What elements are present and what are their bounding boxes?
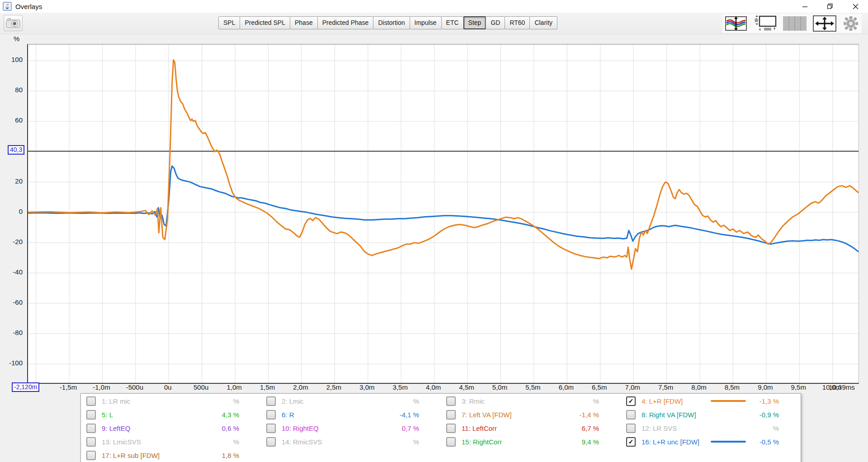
legend-checkbox-9[interactable]	[86, 424, 96, 433]
settings-gear-icon	[843, 15, 859, 32]
window-controls	[792, 0, 868, 13]
window-title: Overlays	[15, 3, 42, 10]
legend-label: 12: LR SVS	[642, 424, 677, 432]
legend-item-5: 5: L4,3 %	[81, 408, 261, 421]
legend-checkbox-10[interactable]	[266, 424, 276, 433]
close-button[interactable]	[843, 0, 868, 13]
legend-item-8: 8: Right VA [FDW]-0,9 %	[621, 408, 801, 421]
y-tick-label: 100	[4, 56, 23, 63]
legend-label: 8: Right VA [FDW]	[642, 411, 696, 419]
restore-button[interactable]	[817, 0, 843, 13]
tab-rt60[interactable]: RT60	[505, 16, 530, 29]
legend-checkbox-2[interactable]	[266, 396, 276, 406]
legend-label: 17: L+R sub [FDW]	[102, 452, 160, 459]
plot-area[interactable]	[27, 44, 859, 384]
measurement-legend-panel: 1: LR mic%2: Lmic%3: Rmic%✓4: L+R [FDW]-…	[80, 393, 801, 462]
settings-button[interactable]	[843, 15, 859, 32]
trace-offset-button[interactable]	[725, 15, 747, 32]
tab-impulse[interactable]: Impulse	[410, 16, 442, 29]
legend-item-10: 10: RightEQ0,7 %	[261, 421, 441, 435]
minimize-button[interactable]	[792, 0, 817, 13]
legend-checkbox-5[interactable]	[86, 410, 96, 420]
legend-label: 5: L	[102, 411, 113, 419]
legend-checkbox-6[interactable]	[266, 410, 276, 420]
tab-distortion[interactable]: Distortion	[373, 16, 410, 29]
tab-phase[interactable]: Phase	[290, 16, 318, 29]
legend-checkbox-14[interactable]	[266, 437, 276, 447]
trace-offset-icon	[725, 15, 747, 32]
legend-item-14: 14: RmicSVS%	[261, 435, 441, 448]
legend-checkbox-7[interactable]	[446, 410, 456, 420]
tab-step[interactable]: Step	[463, 16, 486, 29]
legend-value: 1,8 %	[222, 452, 239, 459]
legend-label: 15: RightCorr	[462, 438, 502, 446]
legend-checkbox-3[interactable]	[446, 396, 456, 406]
x-tick-label: 10,39ms	[821, 383, 862, 391]
legend-item-6: 6: R-4,1 %	[261, 408, 441, 421]
toolbar-right-icons	[722, 14, 862, 33]
legend-value: %	[413, 438, 419, 446]
legend-empty-cell	[261, 448, 441, 462]
plot-canvas	[28, 45, 859, 383]
legend-value: %	[233, 397, 239, 405]
legend-checkbox-12[interactable]	[626, 424, 636, 433]
legend-label: 14: RmicSVS	[282, 438, 322, 446]
legend-label: 4: L+R [FDW]	[642, 397, 683, 405]
legend-label: 1: LR mic	[102, 397, 130, 405]
legend-label: 9: LeftEQ	[102, 424, 130, 432]
legend-checkbox-8[interactable]	[626, 410, 636, 420]
legend-value: -1,3 %	[760, 397, 779, 405]
legend-label: 16: L+R unc [FDW]	[642, 438, 699, 446]
title-bar: Overlays	[0, 0, 868, 13]
legend-checkbox-1[interactable]	[86, 396, 96, 406]
legend-trace-swatch	[711, 400, 746, 402]
trace-4-l-r-fdw-	[28, 60, 859, 269]
tab-clarity[interactable]: Clarity	[529, 16, 557, 29]
legend-label: 13: LmicSVS	[102, 438, 141, 446]
tab-spl[interactable]: SPL	[218, 16, 240, 29]
legend-empty-cell	[621, 448, 801, 462]
legend-checkbox-4[interactable]: ✓	[626, 396, 636, 406]
legend-item-2: 2: Lmic%	[261, 394, 441, 408]
legend-value: -0,5 %	[760, 438, 779, 446]
legend-item-3: 3: Rmic%	[441, 394, 621, 408]
legend-item-7: 7: Left VA [FDW]-1,4 %	[441, 408, 621, 421]
legend-value: 6,7 %	[582, 424, 599, 432]
columns-button[interactable]	[783, 16, 807, 31]
legend-label: 10: RightEQ	[282, 424, 319, 432]
restore-icon	[827, 3, 833, 9]
legend-item-13: 13: LmicSVS%	[81, 435, 261, 448]
tab-etc[interactable]: ETC	[441, 16, 464, 29]
legend-item-9: 9: LeftEQ0,6 %	[81, 421, 261, 435]
legend-item-16: ✓16: L+R unc [FDW]-0,5 %	[621, 435, 801, 448]
legend-value: -4,1 %	[400, 411, 419, 419]
legend-checkbox-15[interactable]	[446, 437, 456, 447]
legend-checkbox-17[interactable]	[86, 451, 96, 460]
legend-value: 9,4 %	[582, 438, 599, 446]
tab-predicted-phase[interactable]: Predicted Phase	[317, 16, 374, 29]
legend-checkbox-11[interactable]	[446, 424, 456, 433]
capture-graph-button[interactable]	[4, 15, 23, 31]
capture-camera-icon	[6, 18, 20, 28]
legend-value: -0,9 %	[760, 411, 779, 419]
y-tick-label: -40	[4, 268, 23, 276]
legend-checkbox-16[interactable]: ✓	[626, 437, 636, 447]
legend-value: %	[593, 397, 599, 405]
display-position-button[interactable]	[753, 15, 777, 32]
legend-value: 0,7 %	[402, 424, 419, 432]
tab-gd[interactable]: GD	[486, 16, 505, 29]
y-tick-label: -20	[4, 238, 23, 245]
legend-value: %	[233, 438, 239, 446]
y-tick-label: -60	[4, 298, 23, 306]
legend-item-12: 12: LR SVS%	[621, 421, 801, 435]
graph-tab-bar: SPLPredicted SPLPhasePredicted PhaseDist…	[219, 16, 557, 29]
tab-predicted-spl[interactable]: Predicted SPL	[240, 16, 290, 29]
pan-arrows-icon	[813, 15, 836, 32]
y-tick-label: 80	[4, 86, 23, 94]
legend-item-15: 15: RightCorr9,4 %	[441, 435, 621, 448]
pan-button[interactable]	[813, 15, 836, 32]
columns-icon	[783, 16, 807, 31]
minimize-icon	[802, 4, 808, 9]
legend-checkbox-13[interactable]	[86, 437, 96, 447]
legend-value: 4,3 %	[222, 411, 239, 419]
